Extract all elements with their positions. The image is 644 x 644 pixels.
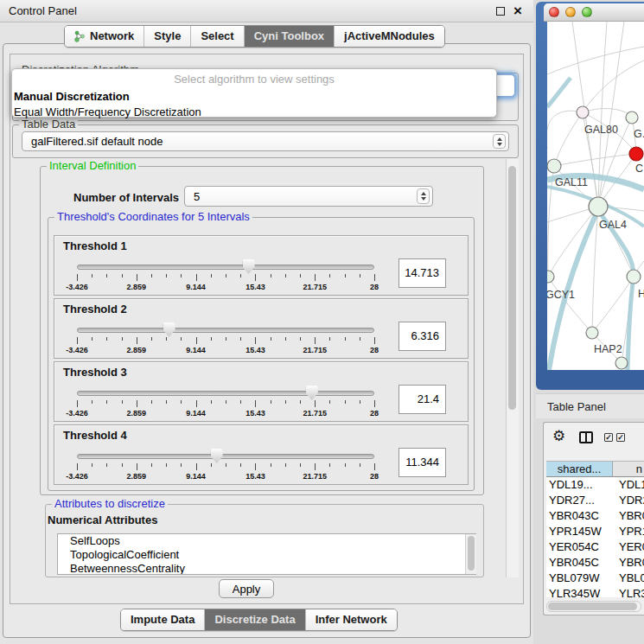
table-row[interactable]: YDL19...YDL1 [546, 477, 644, 493]
network-view-window: GAL80G.CGAL11GAL4GCY1HHAP2 [536, 2, 644, 390]
attributes-list-scrollbar[interactable] [465, 534, 476, 574]
network-node-GAL3[interactable] [626, 112, 638, 124]
threshold-value-field[interactable]: 14.713 [399, 258, 446, 288]
network-edge[interactable] [554, 154, 636, 166]
tab-network[interactable]: Network [65, 26, 143, 47]
attribute-list-item[interactable]: TopologicalCoefficient [58, 548, 475, 562]
network-node-H[interactable] [627, 270, 641, 284]
network-node-node-partial[interactable] [615, 357, 628, 369]
checkbox-icon[interactable]: ✓ [604, 433, 613, 442]
slider-tick-labels: -3.4262.8599.14415.4321.71528 [77, 283, 374, 293]
dropdown-option-manual[interactable]: Manual Discretization [14, 90, 496, 103]
cell-shared-name: YDR27... [546, 493, 613, 508]
settings-vertical-scrollbar[interactable] [506, 159, 519, 577]
close-traffic-light-icon[interactable] [549, 7, 559, 17]
network-edge[interactable] [554, 112, 583, 166]
table-row[interactable]: YER054CYER0 [546, 539, 644, 555]
cell-name: YER0 [613, 539, 644, 555]
slider-thumb[interactable] [243, 259, 255, 274]
number-of-intervals-label: Number of Intervals [73, 191, 179, 204]
cell-shared-name: YDL19... [546, 477, 613, 493]
slider-track[interactable] [77, 454, 374, 459]
threshold-panel-4: Threshold 4-3.4262.8599.14415.4321.71528… [54, 424, 469, 485]
number-of-intervals-combobox[interactable]: 5 [184, 186, 433, 207]
column-header-name[interactable]: n [613, 461, 644, 477]
tab-label: Cyni Toolbox [254, 29, 324, 42]
network-edge[interactable] [547, 47, 644, 74]
cell-shared-name: YPR145W [546, 524, 613, 539]
minimize-traffic-light-icon[interactable] [565, 7, 576, 17]
numerical-attributes-list[interactable]: SelfLoopsTopologicalCoefficientBetweenne… [57, 533, 476, 575]
cell-name: YBR0 [613, 508, 644, 524]
network-node-GAL80[interactable] [577, 106, 589, 118]
network-edge[interactable] [583, 61, 644, 112]
tab-infer-network[interactable]: Infer Network [305, 609, 397, 630]
close-icon[interactable]: × [513, 2, 522, 21]
network-window-titlebar [544, 3, 644, 22]
network-canvas[interactable]: GAL80G.CGAL11GAL4GCY1HHAP2 [547, 22, 644, 370]
tab-label: Select [201, 29, 233, 42]
slider-tick-labels: -3.4262.8599.14415.4321.71528 [77, 409, 374, 419]
table-row[interactable]: YLR345WYLR3 [546, 586, 644, 597]
split-view-icon[interactable] [579, 431, 593, 443]
attribute-list-item[interactable]: SelfLoops [58, 534, 475, 548]
zoom-traffic-light-icon[interactable] [582, 7, 592, 17]
slider-thumb[interactable] [306, 386, 318, 400]
control-panel-title: Control Panel [9, 4, 77, 17]
network-node-HAP2[interactable] [586, 327, 598, 339]
slider-track[interactable] [77, 328, 374, 333]
table-data-value: galFiltered.sif default node [31, 132, 163, 150]
threshold-value-field[interactable]: 21.4 [399, 385, 446, 414]
checkbox-icon[interactable]: ✓ [616, 433, 625, 442]
table-row[interactable]: YBR043CYBR0 [546, 508, 644, 524]
table-row[interactable]: YBL079WYBL0 [546, 571, 644, 586]
slider-ticks [77, 274, 374, 282]
network-node-red-node[interactable] [629, 147, 643, 161]
table-row[interactable]: YPR145WYPR1 [546, 524, 644, 539]
table-header-row: shared...n [546, 461, 644, 477]
threshold-value-field[interactable]: 11.344 [399, 448, 446, 477]
threshold-label: Threshold 3 [63, 366, 127, 379]
slider-track[interactable] [77, 265, 374, 270]
slider-thumb[interactable] [163, 322, 175, 337]
tab-impute-data[interactable]: Impute Data [121, 609, 204, 630]
tab-jactivemnodules[interactable]: jActiveMNodules [334, 26, 444, 47]
cell-name: YBL0 [613, 571, 644, 586]
threshold-value-field[interactable]: 6.316 [399, 322, 446, 351]
network-edge[interactable] [547, 111, 583, 149]
tab-style[interactable]: Style [143, 26, 190, 47]
scrollbar-thumb[interactable] [508, 166, 516, 410]
table-data-combobox[interactable]: galFiltered.sif default node [22, 131, 509, 151]
float-window-icon[interactable] [496, 7, 505, 16]
tab-select[interactable]: Select [190, 26, 243, 47]
tab-cyni-toolbox[interactable]: Cyni Toolbox [244, 26, 334, 47]
combo-stepper-icon [493, 134, 506, 149]
tab-label: Infer Network [316, 613, 387, 626]
slider-track[interactable] [77, 391, 374, 396]
dropdown-option-equal-width[interactable]: Equal Width/Frequency Discretization [14, 105, 496, 118]
tab-label: Style [154, 29, 181, 42]
network-node-GAL11[interactable] [547, 159, 561, 173]
table-panel-title: Table Panel [547, 400, 606, 413]
table-data-group: Table Data galFiltered.sif default node [12, 124, 519, 158]
table-panel: ⚙ ✓ ✓ shared...nYDL19...YDL1YDR27...YDR2… [543, 422, 644, 615]
tab-discretize-data[interactable]: Discretize Data [204, 609, 304, 630]
slider-ticks [77, 463, 374, 471]
cell-shared-name: YBR045C [546, 555, 613, 571]
apply-button[interactable]: Apply [219, 579, 274, 598]
table-horizontal-scrollbar[interactable] [546, 601, 641, 612]
gear-icon[interactable]: ⚙ [552, 429, 565, 443]
slider-thumb[interactable] [211, 449, 223, 463]
network-edge-thick[interactable] [547, 78, 571, 107]
table-row[interactable]: YBR045CYBR0 [546, 555, 644, 571]
scrollbar-thumb[interactable] [548, 603, 637, 610]
network-node-GAL4[interactable] [589, 197, 608, 216]
network-node-label: GAL80 [584, 124, 618, 136]
table-row[interactable]: YDR27...YDR2 [546, 493, 644, 508]
scrollbar-thumb[interactable] [468, 536, 475, 571]
network-node-GCY1[interactable] [547, 271, 554, 283]
control-panel-tabbar: NetworkStyleSelectCyni ToolboxjActiveMNo… [64, 25, 445, 48]
column-header-shared-name[interactable]: shared... [546, 461, 613, 477]
attribute-list-item[interactable]: BetweennessCentrality [58, 562, 475, 575]
dropdown-prompt: Select algorithm to view settings [12, 73, 496, 86]
